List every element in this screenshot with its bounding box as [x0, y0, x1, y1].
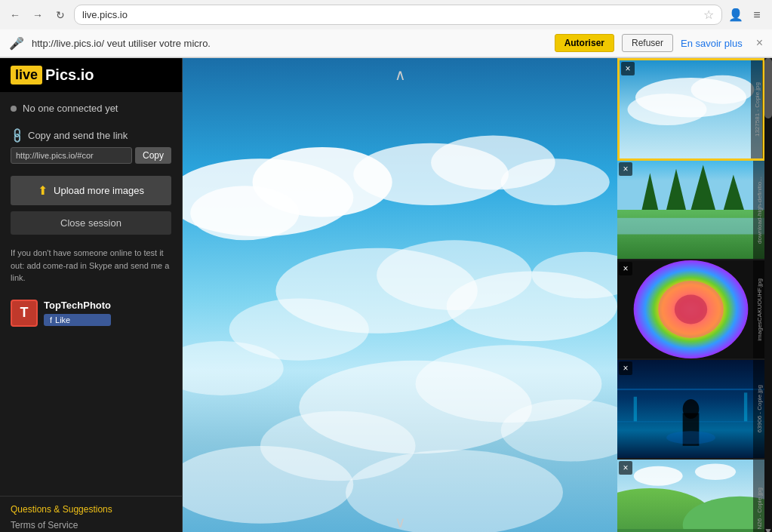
social-right: TopTechPhoto f Like [44, 300, 111, 326]
upload-button[interactable]: ⬆ Upload more images [11, 176, 171, 205]
thumbnail-item[interactable]: × [617, 260, 764, 360]
status-dot [11, 106, 17, 112]
close-session-button[interactable]: Close session [11, 211, 171, 235]
scrollbar-thumb[interactable] [764, 58, 772, 118]
thumbnail-label-text: imagesCAKUOUHF.jpg [756, 278, 763, 341]
brand-name: TopTechPhoto [44, 300, 111, 311]
nav-up-button[interactable]: ∧ [395, 66, 406, 84]
questions-link[interactable]: Questions & Suggestions [11, 504, 171, 515]
logo: live Pics.io [0, 58, 182, 92]
terms-link[interactable]: Terms of Service [11, 520, 78, 530]
allow-button[interactable]: Autoriser [555, 34, 614, 52]
svg-point-22 [691, 75, 755, 104]
profile-icon[interactable]: 👤 [727, 6, 745, 24]
sidebar: live Pics.io No one connected yet 🔗 Copy… [0, 58, 183, 532]
svg-rect-40 [744, 392, 747, 421]
svg-point-41 [666, 431, 715, 444]
bookmark-icon[interactable]: ☆ [703, 8, 714, 22]
avatar: T [11, 300, 38, 327]
thumbnail-item[interactable]: × 1327581 - Copi [617, 58, 764, 161]
svg-point-44 [695, 463, 736, 480]
browser-toolbar: ← → ↻ live.pics.io ☆ 👤 ≡ [0, 0, 772, 29]
status-item: No one connected yet [11, 103, 171, 114]
thumbnail-label: download-high-definitio... [753, 161, 764, 259]
sidebar-content: No one connected yet 🔗 Copy and send the… [0, 92, 182, 496]
svg-point-6 [501, 158, 610, 205]
avatar-icon: T [20, 305, 29, 321]
thumbnail-label-text: 1327581 - Copie.jpg [754, 82, 761, 137]
thumbnail-close-button[interactable]: × [619, 361, 632, 375]
link-icon: 🔗 [8, 126, 26, 143]
copy-input-row: Copy [11, 147, 171, 164]
thumbnail-label-text: 63906 - Copie.jpg [756, 385, 763, 432]
svg-point-21 [628, 94, 707, 125]
copy-url-input[interactable] [11, 147, 132, 164]
main-content: ∧ [183, 58, 617, 532]
nav-down-button[interactable]: ∨ [395, 513, 406, 531]
copy-button[interactable]: Copy [135, 147, 171, 164]
thumbnail-item[interactable]: × [617, 161, 764, 260]
thumbnail-label: N26 - Copie.jpg [753, 460, 764, 532]
thumbnail-label-text: N26 - Copie.jpg [756, 487, 763, 530]
svg-rect-39 [634, 397, 637, 422]
copy-link-label: 🔗 Copy and send the link [11, 129, 171, 141]
permission-bar: 🎤 http://live.pics.io/ veut utiliser vot… [0, 29, 772, 57]
reload-button[interactable]: ↻ [51, 6, 69, 24]
facebook-icon: f [50, 315, 52, 324]
deny-button[interactable]: Refuser [622, 34, 673, 52]
svg-rect-47 [617, 529, 764, 532]
permission-text: http://live.pics.io/ veut utiliser votre… [32, 38, 547, 49]
svg-rect-35 [617, 389, 764, 390]
thumbnail-label-text: download-high-definitio... [756, 177, 763, 244]
address-bar[interactable]: live.pics.io ☆ [74, 5, 722, 25]
status-text: No one connected yet [23, 103, 118, 114]
menu-icon[interactable]: ≡ [748, 6, 766, 24]
thumbnail-label: 63906 - Copie.jpg [753, 360, 764, 458]
permission-close-button[interactable]: × [756, 36, 763, 50]
learn-more-link[interactable]: En savoir plus [681, 38, 743, 49]
url-text: live.pics.io [82, 9, 699, 20]
copy-link-section: 🔗 Copy and send the link Copy [11, 129, 171, 164]
forward-button[interactable]: → [29, 6, 47, 24]
upload-icon: ⬆ [38, 183, 48, 198]
main-image [183, 58, 617, 532]
tip-text: If you don't have someone online to test… [11, 247, 171, 284]
thumbnail-close-button[interactable]: × [621, 62, 635, 75]
thumbnail-label: 1327581 - Copie.jpg [751, 60, 763, 158]
thumbnail-close-button[interactable]: × [619, 262, 632, 275]
thumbnail-strip[interactable]: × 1327581 - Copi [617, 58, 764, 532]
svg-rect-29 [617, 218, 764, 235]
back-button[interactable]: ← [6, 6, 24, 24]
thumbnail-item[interactable]: × [617, 460, 764, 532]
app-container: live Pics.io No one connected yet 🔗 Copy… [0, 58, 772, 532]
svg-point-18 [346, 450, 563, 532]
thumbnail-item[interactable]: × [617, 360, 764, 460]
logo-pics: Pics.io [45, 66, 94, 84]
mic-icon: 🎤 [9, 36, 24, 51]
scrollbar[interactable]: ▼ [764, 58, 772, 532]
scroll-down-indicator[interactable]: ▼ [764, 524, 772, 532]
social-section: T TopTechPhoto f Like [11, 300, 171, 327]
like-button[interactable]: f Like [44, 314, 111, 326]
thumbnail-close-button[interactable]: × [619, 461, 632, 475]
svg-rect-23 [617, 161, 764, 210]
svg-point-43 [634, 466, 683, 486]
sidebar-footer: Questions & Suggestions Terms of Service [0, 496, 182, 532]
svg-point-38 [683, 399, 700, 419]
svg-point-33 [675, 295, 707, 324]
logo-live: live [11, 66, 42, 85]
browser-actions: 👤 ≡ [727, 6, 766, 24]
svg-point-3 [190, 186, 299, 240]
thumbnail-close-button[interactable]: × [619, 162, 632, 176]
thumbnail-label: imagesCAKUOUHF.jpg [753, 260, 764, 358]
